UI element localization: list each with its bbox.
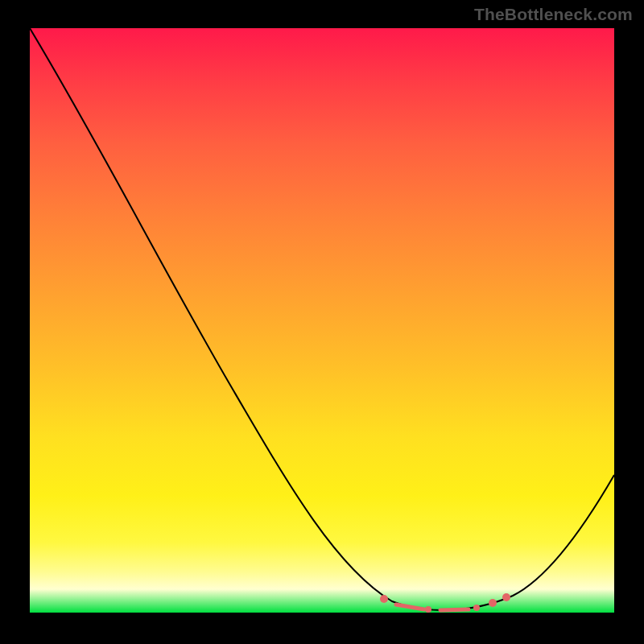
optimal-markers xyxy=(380,593,510,613)
bottleneck-curve xyxy=(30,28,614,610)
svg-point-2 xyxy=(425,606,431,613)
svg-point-0 xyxy=(380,595,388,603)
svg-point-6 xyxy=(502,593,510,601)
svg-point-5 xyxy=(489,599,497,607)
svg-line-1 xyxy=(396,605,424,609)
chart-svg xyxy=(30,28,614,613)
watermark-text: TheBottleneck.com xyxy=(474,5,633,24)
svg-point-4 xyxy=(473,605,480,611)
svg-line-3 xyxy=(440,609,469,610)
chart-plot-area xyxy=(30,28,614,613)
